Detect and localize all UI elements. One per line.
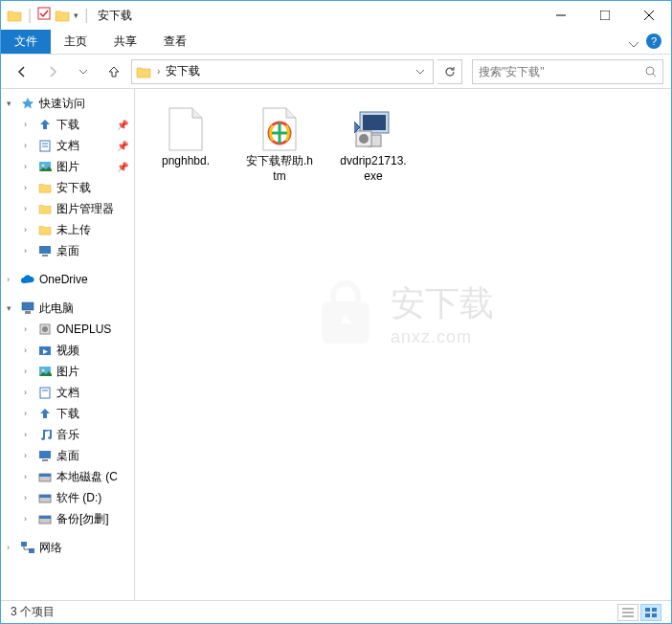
sidebar-item[interactable]: ›桌面 — [1, 240, 134, 261]
sidebar-item[interactable]: ›备份[勿删] — [1, 508, 134, 529]
separator: | — [84, 7, 88, 24]
help-icon[interactable]: ? — [646, 33, 661, 49]
device-icon — [37, 322, 53, 337]
chevron-right-icon[interactable]: › — [24, 162, 34, 171]
sidebar-item-label: 视频 — [56, 343, 79, 359]
recent-dropdown[interactable] — [70, 58, 97, 85]
chevron-right-icon[interactable]: › — [24, 204, 34, 213]
svg-point-5 — [646, 67, 654, 75]
chevron-right-icon[interactable]: › — [24, 388, 34, 397]
minimize-button[interactable] — [539, 1, 583, 30]
maximize-button[interactable] — [583, 1, 627, 30]
sidebar[interactable]: ▾ 快速访问 ›下载📌›文档📌›图片📌›安下载›图片管理器›未上传›桌面 › O… — [1, 89, 135, 600]
chevron-down-icon[interactable]: ▾ — [7, 303, 16, 313]
qat-dropdown[interactable]: ▾ — [74, 11, 78, 20]
sidebar-item[interactable]: ›图片 — [1, 361, 134, 382]
sidebar-item[interactable]: ›音乐 — [1, 424, 134, 445]
file-item[interactable]: pnghhbd. — [148, 102, 223, 173]
chevron-right-icon[interactable]: › — [24, 409, 34, 418]
desktop-icon — [37, 448, 53, 463]
search-input[interactable] — [479, 65, 645, 78]
file-item[interactable]: 安下载帮助.htm — [242, 102, 317, 188]
sidebar-item[interactable]: ›下载 — [1, 403, 134, 424]
refresh-button[interactable] — [437, 59, 462, 84]
document-icon — [37, 138, 53, 153]
folder-icon — [37, 222, 53, 237]
sidebar-item-label: 软件 (D:) — [56, 490, 101, 506]
svg-rect-30 — [39, 516, 51, 519]
svg-rect-21 — [40, 388, 50, 398]
search-box[interactable] — [472, 59, 663, 84]
svg-rect-23 — [39, 451, 51, 458]
chevron-right-icon[interactable]: › — [24, 493, 34, 502]
folder-icon — [37, 201, 53, 216]
svg-point-11 — [42, 165, 45, 167]
sidebar-item-label: 图片 — [56, 364, 79, 380]
sidebar-quick-access[interactable]: ▾ 快速访问 — [1, 93, 134, 114]
sidebar-item[interactable]: ›下载📌 — [1, 114, 134, 135]
sidebar-item[interactable]: ›本地磁盘 (C — [1, 466, 134, 487]
sidebar-item-label: 下载 — [56, 406, 79, 422]
chevron-right-icon[interactable]: › — [24, 225, 34, 234]
sidebar-item[interactable]: ›ONEPLUS — [1, 319, 134, 340]
file-exe-icon — [350, 106, 396, 152]
chevron-right-icon[interactable]: › — [24, 451, 34, 460]
tab-share[interactable]: 共享 — [101, 30, 150, 54]
content-pane[interactable]: pnghhbd.安下载帮助.htmdvdrip21713.exe 安下载 anx… — [135, 89, 671, 600]
tab-home[interactable]: 主页 — [51, 30, 101, 54]
chevron-right-icon[interactable]: › — [24, 141, 34, 150]
sidebar-item[interactable]: ›视频 — [1, 340, 134, 361]
file-item[interactable]: dvdrip21713.exe — [336, 102, 411, 188]
chevron-right-icon[interactable]: › — [24, 120, 34, 129]
chevron-right-icon[interactable]: › — [24, 430, 34, 439]
chevron-right-icon[interactable]: › — [24, 246, 34, 256]
address-dropdown[interactable] — [412, 61, 429, 82]
sidebar-this-pc[interactable]: ▾ 此电脑 — [1, 298, 134, 319]
cloud-icon — [20, 272, 35, 287]
chevron-right-icon[interactable]: › — [24, 345, 34, 355]
chevron-right-icon[interactable]: › — [24, 514, 34, 524]
chevron-down-icon[interactable]: ▾ — [7, 99, 16, 108]
sidebar-item[interactable]: ›文档📌 — [1, 135, 134, 156]
chevron-right-icon[interactable]: › — [7, 275, 16, 284]
svg-rect-45 — [645, 613, 650, 617]
drive-icon — [37, 469, 53, 484]
view-icons-button[interactable] — [640, 604, 661, 621]
sidebar-network[interactable]: › 网络 — [1, 537, 134, 558]
close-button[interactable] — [627, 1, 671, 30]
sidebar-onedrive[interactable]: › OneDrive — [1, 269, 134, 290]
sidebar-item[interactable]: ›文档 — [1, 382, 134, 403]
drive-icon — [37, 490, 53, 505]
tab-view[interactable]: 查看 — [150, 30, 200, 54]
sidebar-item-label: 图片管理器 — [56, 201, 114, 217]
svg-rect-14 — [22, 302, 34, 310]
folder-icon — [7, 8, 22, 23]
chevron-right-icon[interactable]: › — [24, 324, 34, 334]
sidebar-item[interactable]: ›桌面 — [1, 445, 134, 466]
download-icon — [37, 406, 53, 421]
breadcrumb-folder[interactable]: 安下载 — [166, 63, 200, 79]
ribbon-expand-icon[interactable] — [629, 35, 638, 53]
forward-button[interactable] — [39, 58, 66, 85]
svg-rect-13 — [42, 255, 48, 256]
tab-file[interactable]: 文件 — [1, 30, 51, 54]
address-bar[interactable]: › 安下载 — [131, 59, 434, 84]
sidebar-item[interactable]: ›安下载 — [1, 177, 134, 198]
back-button[interactable] — [9, 58, 35, 85]
sidebar-item[interactable]: ›图片📌 — [1, 156, 134, 177]
sidebar-item[interactable]: ›未上传 — [1, 219, 134, 240]
sidebar-item-label: 快速访问 — [39, 96, 85, 112]
chevron-right-icon[interactable]: › — [24, 472, 34, 481]
svg-rect-24 — [42, 459, 48, 461]
sidebar-item-label: 备份[勿删] — [56, 511, 109, 527]
chevron-right-icon[interactable]: › — [7, 543, 16, 552]
sidebar-item[interactable]: ›软件 (D:) — [1, 487, 134, 508]
checkbox-icon[interactable] — [37, 7, 51, 24]
sidebar-item[interactable]: ›图片管理器 — [1, 198, 134, 219]
chevron-right-icon[interactable]: › — [24, 183, 34, 192]
view-details-button[interactable] — [617, 604, 638, 621]
file-label: dvdrip21713.exe — [340, 154, 407, 184]
up-button[interactable] — [101, 58, 127, 85]
sidebar-item-label: 网络 — [39, 540, 62, 556]
chevron-right-icon[interactable]: › — [24, 367, 34, 376]
